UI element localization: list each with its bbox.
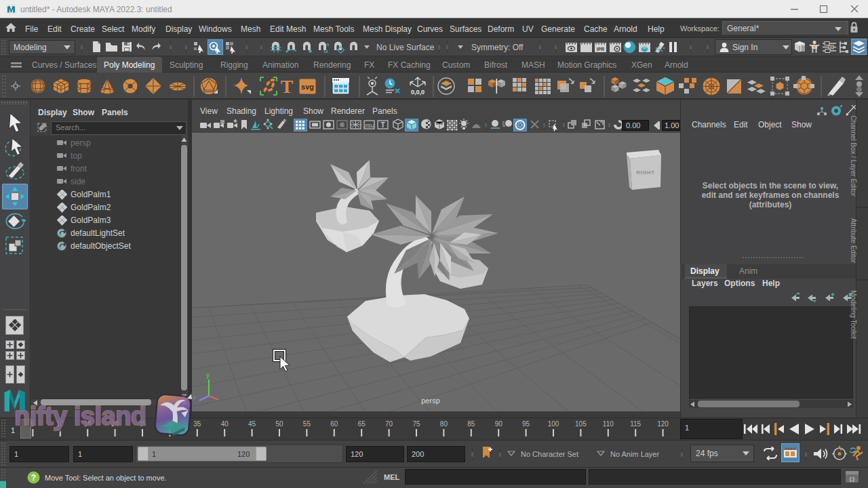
svg-text:nifty island: nifty island — [14, 402, 146, 430]
svg-text:95: 95 — [522, 420, 530, 428]
svg-text:110: 110 — [603, 420, 614, 428]
svg-text:T: T — [281, 77, 294, 95]
svg-text:y: y — [206, 371, 210, 379]
svg-text:?: ? — [31, 473, 36, 483]
svg-text:100: 100 — [548, 420, 559, 428]
svg-text:RIGHT: RIGHT — [636, 169, 654, 176]
svg-text:JSU: JSU — [364, 123, 374, 129]
svg-text:105: 105 — [575, 420, 587, 428]
svg-text:svg: svg — [301, 83, 314, 91]
svg-text:60: 60 — [330, 420, 338, 428]
svg-text:120: 120 — [657, 420, 669, 428]
svg-text:40: 40 — [221, 420, 229, 428]
svg-text:35: 35 — [193, 420, 201, 428]
svg-text:IPR: IPR — [597, 47, 604, 52]
svg-text:70: 70 — [385, 420, 393, 428]
svg-text:z: z — [193, 394, 196, 401]
svg-text:65: 65 — [358, 420, 366, 428]
svg-text:115: 115 — [630, 420, 641, 428]
svg-text:{;}: {;} — [850, 476, 855, 482]
svg-text:75: 75 — [412, 420, 420, 428]
svg-text:55: 55 — [303, 420, 311, 428]
svg-text:persp: persp — [421, 396, 440, 405]
svg-text:45: 45 — [248, 420, 256, 428]
svg-text:80: 80 — [440, 420, 448, 428]
svg-text:90: 90 — [495, 420, 503, 428]
svg-text:50: 50 — [275, 420, 283, 428]
svg-text:85: 85 — [467, 420, 475, 428]
svg-text:0,0,0: 0,0,0 — [411, 89, 425, 96]
svg-text:T: T — [380, 121, 384, 129]
